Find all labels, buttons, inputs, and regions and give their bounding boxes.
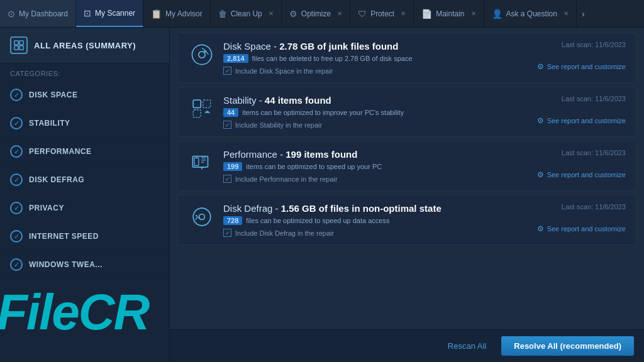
scan-card-disk-space: Disk Space - 2.78 GB of junk files found… bbox=[177, 33, 636, 83]
tab-scanner[interactable]: ⊡ My Scanner bbox=[76, 0, 143, 27]
scan-results-list: Disk Space - 2.78 GB of junk files found… bbox=[170, 28, 644, 329]
tab-ask-label: Ask a Question bbox=[506, 9, 557, 18]
sidebar-header-text: ALL AREAS (SUMMARY) bbox=[34, 41, 136, 50]
performance-badge: 199 bbox=[223, 162, 242, 171]
watermark: FileCR bbox=[0, 284, 170, 334]
disk-space-checkbox-label: Include Disk Space in the repair bbox=[235, 67, 333, 75]
scan-card-stability: Stability - 44 items found 44 items can … bbox=[177, 87, 636, 137]
tab-maintain[interactable]: 📄 Maintain ✕ bbox=[414, 0, 484, 27]
ask-icon: 👤 bbox=[492, 9, 502, 19]
stability-see-report-button[interactable]: ⚙ See report and customize bbox=[537, 116, 626, 125]
tab-protect[interactable]: 🛡 Protect ✕ bbox=[350, 0, 414, 27]
performance-checkbox-label: Include Performance in the repair bbox=[235, 175, 338, 183]
sidebar-item-stability[interactable]: ✓ STABILITY bbox=[0, 109, 169, 138]
check-disk-defrag-icon: ✓ bbox=[10, 173, 23, 186]
stability-checkbox[interactable] bbox=[223, 121, 231, 129]
nav-more-button[interactable]: › bbox=[577, 0, 590, 27]
gear-icon-disk-space: ⚙ bbox=[537, 62, 544, 71]
disk-defrag-card-icon bbox=[188, 203, 216, 231]
svg-rect-0 bbox=[14, 41, 18, 45]
top-nav: ⊙ My Dashboard ⊡ My Scanner 📋 My Advisor… bbox=[0, 0, 644, 28]
resolve-all-button[interactable]: Resolve All (recommended) bbox=[501, 336, 634, 356]
gear-icon-disk-defrag: ⚙ bbox=[537, 224, 544, 233]
sidebar-item-disk-space[interactable]: ✓ DISK SPACE bbox=[0, 81, 169, 109]
svg-rect-8 bbox=[203, 100, 211, 107]
svg-point-18 bbox=[193, 208, 211, 226]
performance-see-report-label: See report and customize bbox=[547, 171, 626, 178]
disk-defrag-see-report-button[interactable]: ⚙ See report and customize bbox=[537, 224, 626, 233]
rescan-all-button[interactable]: Rescan All bbox=[439, 337, 495, 354]
tab-optimize[interactable]: ⚙ Optimize ✕ bbox=[282, 0, 350, 27]
optimize-icon: ⚙ bbox=[289, 9, 297, 19]
performance-see-report-button[interactable]: ⚙ See report and customize bbox=[537, 170, 626, 179]
advisor-icon: 📋 bbox=[151, 9, 162, 19]
disk-space-last-scan: Last scan: 11/6/2023 bbox=[537, 41, 626, 48]
tab-dashboard[interactable]: ⊙ My Dashboard bbox=[0, 0, 76, 27]
stability-card-meta: Last scan: 11/6/2023 ⚙ See report and cu… bbox=[537, 95, 626, 125]
close-optimize-icon[interactable]: ✕ bbox=[337, 10, 342, 17]
svg-point-4 bbox=[192, 45, 211, 64]
disk-space-checkbox[interactable] bbox=[223, 67, 231, 75]
disk-defrag-last-scan: Last scan: 11/6/2023 bbox=[537, 203, 626, 211]
tab-maintain-label: Maintain bbox=[436, 9, 464, 18]
tab-advisor-label: My Advisor bbox=[165, 9, 203, 18]
scan-card-performance: Performance - 199 items found 199 items … bbox=[177, 141, 636, 191]
stability-checkbox-label: Include Stability in the repair bbox=[235, 121, 322, 129]
disk-space-badge: 2,814 bbox=[223, 54, 248, 63]
sidebar-item-privacy[interactable]: ✓ PRIVACY bbox=[0, 194, 169, 222]
disk-defrag-card-meta: Last scan: 11/6/2023 ⚙ See report and cu… bbox=[537, 203, 626, 233]
sidebar-item-windows-tweaks[interactable]: ✓ WINDOWS TWEA... bbox=[0, 251, 169, 279]
disk-defrag-checkbox[interactable] bbox=[223, 229, 231, 237]
sidebar-item-performance-label: PERFORMANCE bbox=[29, 147, 92, 156]
sidebar-item-disk-defrag[interactable]: ✓ DISK DEFRAG bbox=[0, 166, 169, 194]
bottom-bar: Rescan All Resolve All (recommended) bbox=[170, 329, 644, 362]
svg-rect-2 bbox=[14, 46, 18, 50]
sidebar-item-internet-speed[interactable]: ✓ INTERNET SPEED bbox=[0, 222, 169, 251]
tab-advisor[interactable]: 📋 My Advisor bbox=[143, 0, 211, 27]
sidebar-item-performance[interactable]: ✓ PERFORMANCE bbox=[0, 138, 169, 166]
sidebar-item-disk-space-label: DISK SPACE bbox=[29, 90, 77, 99]
close-ask-icon[interactable]: ✕ bbox=[564, 10, 569, 17]
performance-last-scan: Last scan: 11/6/2023 bbox=[537, 149, 626, 156]
tab-dashboard-label: My Dashboard bbox=[19, 9, 68, 18]
watermark-text: FileCR bbox=[0, 287, 170, 334]
tab-cleanup[interactable]: 🗑 Clean Up ✕ bbox=[211, 0, 282, 27]
sidebar: ALL AREAS (SUMMARY) Categories: ✓ DISK S… bbox=[0, 28, 170, 362]
sidebar-item-internet-speed-label: INTERNET SPEED bbox=[29, 232, 99, 241]
disk-defrag-badge-text: files can be optimized to speed up data … bbox=[246, 217, 389, 224]
tab-cleanup-label: Clean Up bbox=[231, 9, 262, 18]
performance-card-meta: Last scan: 11/6/2023 ⚙ See report and cu… bbox=[537, 149, 626, 179]
svg-point-20 bbox=[196, 215, 197, 217]
tab-ask[interactable]: 👤 Ask a Question ✕ bbox=[484, 0, 577, 27]
svg-point-6 bbox=[204, 50, 206, 52]
sidebar-header[interactable]: ALL AREAS (SUMMARY) bbox=[0, 28, 169, 63]
tab-protect-label: Protect bbox=[370, 9, 394, 18]
scan-card-disk-defrag: Disk Defrag - 1.56 GB of files in non-op… bbox=[177, 195, 636, 245]
svg-rect-9 bbox=[193, 110, 201, 118]
gear-icon-stability: ⚙ bbox=[537, 116, 544, 125]
stability-last-scan: Last scan: 11/6/2023 bbox=[537, 95, 626, 102]
disk-space-see-report-label: See report and customize bbox=[547, 63, 626, 70]
check-performance-icon: ✓ bbox=[10, 145, 23, 158]
close-protect-icon[interactable]: ✕ bbox=[401, 10, 406, 17]
performance-checkbox[interactable] bbox=[223, 175, 231, 183]
check-internet-speed-icon: ✓ bbox=[10, 230, 23, 243]
disk-space-see-report-button[interactable]: ⚙ See report and customize bbox=[537, 62, 626, 71]
check-windows-tweaks-icon: ✓ bbox=[10, 258, 23, 271]
close-maintain-icon[interactable]: ✕ bbox=[471, 10, 476, 17]
svg-rect-1 bbox=[19, 41, 23, 45]
sidebar-item-privacy-label: PRIVACY bbox=[29, 204, 64, 212]
tab-scanner-label: My Scanner bbox=[95, 9, 135, 18]
tab-optimize-label: Optimize bbox=[301, 9, 331, 18]
stability-see-report-label: See report and customize bbox=[547, 117, 626, 124]
performance-card-icon bbox=[188, 149, 216, 177]
close-cleanup-icon[interactable]: ✕ bbox=[269, 10, 274, 17]
performance-badge-text: items can be optimized to speed up your … bbox=[246, 163, 382, 170]
svg-rect-12 bbox=[194, 158, 199, 165]
svg-rect-3 bbox=[19, 46, 23, 50]
categories-label: Categories: bbox=[0, 63, 169, 81]
sidebar-item-windows-tweaks-label: WINDOWS TWEA... bbox=[29, 260, 103, 269]
stability-card-icon bbox=[188, 95, 216, 123]
disk-space-card-meta: Last scan: 11/6/2023 ⚙ See report and cu… bbox=[537, 41, 626, 71]
content-area: Disk Space - 2.78 GB of junk files found… bbox=[170, 28, 644, 362]
